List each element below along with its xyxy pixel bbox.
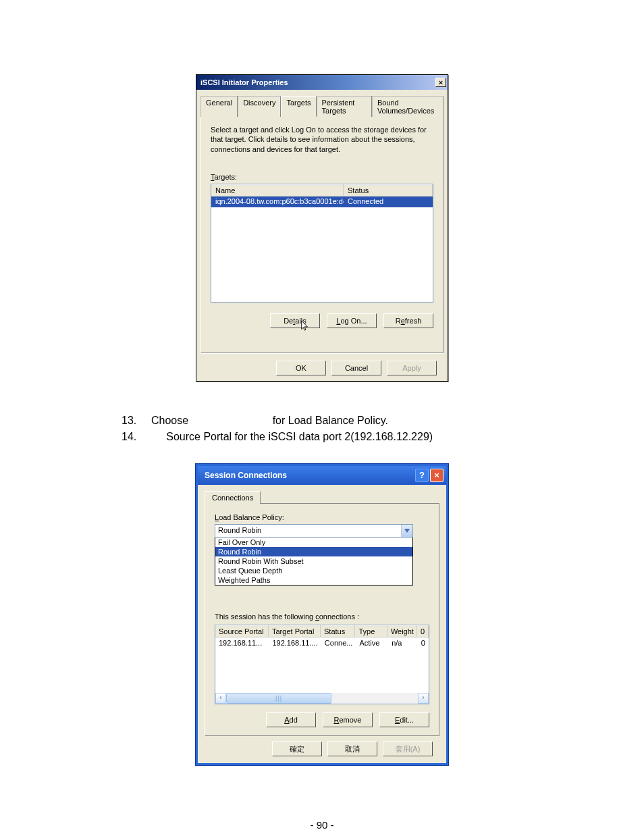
tab-content: Load Balance Policy: Round Robin Fail Ov…: [205, 503, 439, 736]
target-status-cell: Connected: [344, 197, 433, 207]
tab-general[interactable]: General: [200, 96, 238, 117]
horizontal-scrollbar[interactable]: ‹ ||| ›: [215, 693, 429, 704]
add-button[interactable]: Add: [266, 712, 316, 727]
chevron-down-icon[interactable]: [401, 525, 412, 537]
combo-value: Round Robin: [215, 525, 401, 537]
step-13-text: Choose for Load Balance Policy.: [151, 413, 388, 429]
target-name-cell: iqn.2004-08.tw.com:p60c:b3ca0001e:def...: [211, 197, 344, 207]
page-number: - 90 -: [0, 819, 644, 831]
close-button[interactable]: ×: [435, 78, 446, 87]
step-14-text: Source Portal for the iSCSI data port 2(…: [166, 429, 433, 445]
column-status[interactable]: Status: [321, 625, 355, 637]
step-14-number: 14.: [122, 429, 151, 445]
session-connections-label: This session has the following connectio…: [215, 613, 429, 621]
edit-button[interactable]: Edit...: [379, 712, 429, 727]
scroll-right-icon[interactable]: ›: [418, 693, 429, 704]
column-status[interactable]: Status: [344, 184, 433, 197]
session-connections-dialog: Session Connections ? × Connections Load…: [196, 464, 448, 765]
tab-persistent-targets[interactable]: Persistent Targets: [317, 96, 372, 117]
cancel-button[interactable]: Cancel: [331, 361, 381, 375]
close-button[interactable]: ×: [430, 469, 444, 482]
logon-button[interactable]: Log On...: [327, 313, 377, 328]
cell-status: Conne...: [321, 637, 356, 648]
connection-button-row: Add Remove Edit...: [215, 712, 429, 727]
tab-connections[interactable]: Connections: [205, 491, 261, 504]
help-button[interactable]: ?: [415, 469, 429, 482]
load-balance-policy-label: Load Balance Policy:: [215, 513, 429, 521]
help-text: Select a target and click Log On to acce…: [211, 125, 433, 154]
cell-source-portal: 192.168.11...: [215, 637, 269, 648]
targets-listview[interactable]: Name Status iqn.2004-08.tw.com:p60c:b3ca…: [211, 184, 433, 303]
scroll-left-icon[interactable]: ‹: [215, 693, 226, 704]
column-name[interactable]: Name: [211, 184, 344, 197]
title-bar: Session Connections ? ×: [198, 466, 446, 485]
cell-extra: 0: [418, 637, 429, 648]
cell-type: Active: [356, 637, 388, 648]
button-row: Details Log On... Refresh: [211, 313, 433, 328]
apply-button: 套用(A): [383, 741, 433, 756]
scroll-thumb[interactable]: |||: [226, 693, 331, 704]
dialog-title: Session Connections: [205, 471, 287, 480]
load-balance-policy-dropdown[interactable]: Fail Over Only Round Robin Round Robin W…: [215, 538, 413, 585]
connection-row[interactable]: 192.168.11... 192.168.11.... Conne... Ac…: [215, 637, 429, 648]
column-target-portal[interactable]: Target Portal: [269, 625, 321, 637]
title-bar: iSCSI Initiator Properties ×: [196, 75, 448, 90]
tab-discovery[interactable]: Discovery: [238, 96, 281, 117]
column-type[interactable]: Type: [355, 625, 387, 637]
ok-button[interactable]: 確定: [272, 741, 322, 756]
cell-weight: n/a: [388, 637, 418, 648]
step-13-number: 13.: [122, 413, 151, 429]
dialog-title: iSCSI Initiator Properties: [200, 78, 288, 86]
target-row[interactable]: iqn.2004-08.tw.com:p60c:b3ca0001e:def...…: [211, 197, 433, 207]
apply-button: Apply: [387, 361, 437, 375]
tab-bound-volumes[interactable]: Bound Volumes/Devices: [372, 96, 444, 117]
document-steps: 13. Choose for Load Balance Policy. 14. …: [122, 413, 644, 445]
column-weight[interactable]: Weight: [387, 625, 417, 637]
tab-targets[interactable]: Targets: [281, 96, 316, 117]
option-weighted-paths[interactable]: Weighted Paths: [215, 575, 412, 585]
targets-label: Targets:: [211, 173, 433, 181]
ok-button[interactable]: OK: [276, 361, 326, 375]
option-least-queue-depth[interactable]: Least Queue Depth: [215, 566, 412, 575]
connections-table[interactable]: Source Portal Target Portal Status Type …: [215, 625, 429, 704]
dialog-footer: 確定 取消 套用(A): [205, 736, 439, 756]
column-extra[interactable]: 0: [417, 625, 429, 637]
option-round-robin[interactable]: Round Robin: [215, 547, 412, 556]
cancel-button[interactable]: 取消: [327, 741, 377, 756]
iscsi-initiator-dialog: iSCSI Initiator Properties × General Dis…: [196, 74, 448, 382]
load-balance-policy-combo[interactable]: Round Robin: [215, 524, 413, 538]
column-source-portal[interactable]: Source Portal: [215, 625, 269, 637]
tab-bar: General Discovery Targets Persistent Tar…: [200, 95, 444, 117]
option-round-robin-with-subset[interactable]: Round Robin With Subset: [215, 556, 412, 566]
tab-content: Select a target and click Log On to acce…: [200, 117, 444, 353]
cell-target-portal: 192.168.11....: [269, 637, 321, 648]
scroll-track[interactable]: |||: [226, 693, 418, 704]
remove-button[interactable]: Remove: [323, 712, 373, 727]
dialog-footer: OK Cancel Apply: [200, 353, 444, 375]
option-fail-over-only[interactable]: Fail Over Only: [215, 538, 412, 547]
details-button[interactable]: Details: [270, 313, 320, 328]
refresh-button[interactable]: Refresh: [383, 313, 433, 328]
